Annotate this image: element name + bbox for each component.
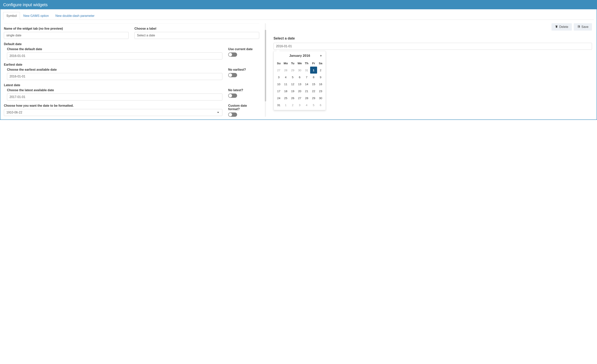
calendar-day[interactable]: 29 bbox=[289, 67, 296, 74]
calendar-day[interactable]: 10 bbox=[275, 81, 282, 87]
save-button[interactable]: Save bbox=[574, 23, 592, 31]
column-divider bbox=[263, 23, 268, 117]
calendar-day[interactable]: 21 bbox=[303, 87, 310, 94]
calendar-week-row: 17181920212223 bbox=[275, 87, 324, 94]
calendar-weekday: Sa bbox=[317, 60, 324, 67]
widget-tab-name-label: Name of the widget tab (no live preview) bbox=[4, 27, 129, 31]
default-date-input[interactable] bbox=[7, 53, 222, 59]
calendar-week-row: 3456789 bbox=[275, 74, 324, 81]
default-date-section-label: Default date bbox=[4, 42, 259, 46]
calendar-day[interactable]: 31 bbox=[303, 67, 310, 74]
calendar-day[interactable]: 26 bbox=[289, 94, 296, 101]
calendar-day[interactable]: 24 bbox=[275, 94, 282, 101]
datepicker-month-title[interactable]: January 2016 bbox=[289, 54, 310, 58]
calendar-day[interactable]: 16 bbox=[317, 81, 324, 87]
calendar-weekday: Fr bbox=[310, 60, 317, 67]
calendar-day[interactable]: 19 bbox=[289, 87, 296, 94]
calendar-weekday: Th bbox=[303, 60, 310, 67]
date-format-select[interactable]: 1910-06-22 bbox=[4, 109, 222, 116]
calendar-day[interactable]: 2 bbox=[289, 101, 296, 108]
calendar-day[interactable]: 4 bbox=[282, 74, 289, 81]
no-latest-toggle[interactable] bbox=[228, 93, 237, 98]
preview-field-label: Select a date bbox=[274, 36, 592, 40]
calendar-day[interactable]: 12 bbox=[289, 81, 296, 87]
calendar-day[interactable]: 7 bbox=[303, 74, 310, 81]
no-latest-label: No latest? bbox=[228, 88, 259, 92]
calendar-day[interactable]: 28 bbox=[303, 94, 310, 101]
calendar-day[interactable]: 29 bbox=[310, 94, 317, 101]
calendar-week-row: 272829303112 bbox=[275, 67, 324, 74]
widget-label-label: Choose a label bbox=[134, 27, 259, 31]
tab-new-double-dash-parameter[interactable]: New double-dash parameter bbox=[52, 12, 98, 20]
calendar-day[interactable]: 22 bbox=[310, 87, 317, 94]
calendar-day[interactable]: 9 bbox=[317, 74, 324, 81]
calendar-day[interactable]: 6 bbox=[317, 101, 324, 108]
calendar-day[interactable]: 18 bbox=[282, 87, 289, 94]
latest-date-field-label: Choose the latest available date bbox=[7, 88, 222, 92]
tab-symbol[interactable]: Symbol bbox=[3, 12, 20, 20]
datepicker-next-button[interactable]: » bbox=[319, 54, 323, 58]
latest-date-input[interactable] bbox=[7, 93, 222, 101]
window-title: Configure input widgets bbox=[0, 0, 597, 9]
trash-icon bbox=[555, 25, 558, 29]
earliest-date-input[interactable] bbox=[7, 73, 222, 80]
calendar-day[interactable]: 30 bbox=[296, 67, 303, 74]
calendar-week-row: 31123456 bbox=[275, 101, 324, 108]
right-column: Delete Save Select a date January 2016 » bbox=[268, 23, 594, 117]
calendar-day[interactable]: 14 bbox=[303, 81, 310, 87]
date-format-value: 1910-06-22 bbox=[6, 111, 22, 114]
no-earliest-toggle[interactable] bbox=[228, 73, 237, 77]
calendar-day[interactable]: 27 bbox=[275, 67, 282, 74]
custom-date-format-toggle[interactable] bbox=[228, 112, 237, 117]
calendar-weekday: Su bbox=[275, 60, 282, 67]
calendar-day[interactable]: 8 bbox=[310, 74, 317, 81]
widget-tab-name-input[interactable] bbox=[4, 32, 129, 39]
use-current-date-label: Use current date bbox=[228, 47, 259, 51]
calendar-day[interactable]: 1 bbox=[310, 67, 317, 74]
calendar-day[interactable]: 30 bbox=[317, 94, 324, 101]
earliest-date-section-label: Earliest date bbox=[4, 63, 259, 66]
calendar-grid: SuMoTuWeThFrSa 2728293031123456789101112… bbox=[275, 60, 324, 108]
calendar-day[interactable]: 15 bbox=[310, 81, 317, 87]
calendar-day[interactable]: 2 bbox=[317, 67, 324, 74]
calendar-day[interactable]: 3 bbox=[296, 101, 303, 108]
calendar-day[interactable]: 13 bbox=[296, 81, 303, 87]
widget-label-input[interactable] bbox=[134, 32, 259, 39]
scrollbar-thumb[interactable] bbox=[265, 30, 266, 101]
calendar-weekday: We bbox=[296, 60, 303, 67]
calendar-body: 2728293031123456789101112131415161718192… bbox=[275, 67, 324, 108]
calendar-day[interactable]: 6 bbox=[296, 74, 303, 81]
calendar-day[interactable]: 28 bbox=[282, 67, 289, 74]
calendar-weekday: Mo bbox=[282, 60, 289, 67]
calendar-day[interactable]: 3 bbox=[275, 74, 282, 81]
latest-date-section-label: Latest date bbox=[4, 84, 259, 87]
calendar-day[interactable]: 25 bbox=[282, 94, 289, 101]
datepicker: January 2016 » SuMoTuWeThFrSa 2728293031… bbox=[274, 51, 326, 110]
calendar-day[interactable]: 5 bbox=[310, 101, 317, 108]
columns: Name of the widget tab (no live preview)… bbox=[3, 23, 594, 117]
calendar-weekday-row: SuMoTuWeThFrSa bbox=[275, 60, 324, 67]
delete-button[interactable]: Delete bbox=[551, 23, 572, 31]
delete-button-label: Delete bbox=[559, 25, 568, 29]
tab-new-gams-option[interactable]: New GAMS option bbox=[20, 12, 52, 20]
date-format-label: Choose how you want the date to be forma… bbox=[4, 104, 222, 108]
calendar-day[interactable]: 4 bbox=[303, 101, 310, 108]
calendar-week-row: 24252627282930 bbox=[275, 94, 324, 101]
window-body: Symbol New GAMS option New double-dash p… bbox=[0, 9, 597, 119]
calendar-day[interactable]: 23 bbox=[317, 87, 324, 94]
save-button-label: Save bbox=[581, 25, 589, 29]
calendar-day[interactable]: 1 bbox=[282, 101, 289, 108]
use-current-date-toggle[interactable] bbox=[228, 53, 237, 57]
preview-date-input[interactable] bbox=[274, 43, 592, 50]
calendar-day[interactable]: 17 bbox=[275, 87, 282, 94]
calendar-day[interactable]: 11 bbox=[282, 81, 289, 87]
toolbar: Delete Save bbox=[274, 23, 592, 31]
calendar-day[interactable]: 31 bbox=[275, 101, 282, 108]
config-window: Configure input widgets Symbol New GAMS … bbox=[0, 0, 597, 120]
calendar-day[interactable]: 20 bbox=[296, 87, 303, 94]
earliest-date-field-label: Choose the earliest available date bbox=[7, 68, 222, 71]
calendar-day[interactable]: 27 bbox=[296, 94, 303, 101]
save-icon bbox=[577, 25, 580, 29]
calendar-day[interactable]: 5 bbox=[289, 74, 296, 81]
calendar-week-row: 10111213141516 bbox=[275, 81, 324, 87]
